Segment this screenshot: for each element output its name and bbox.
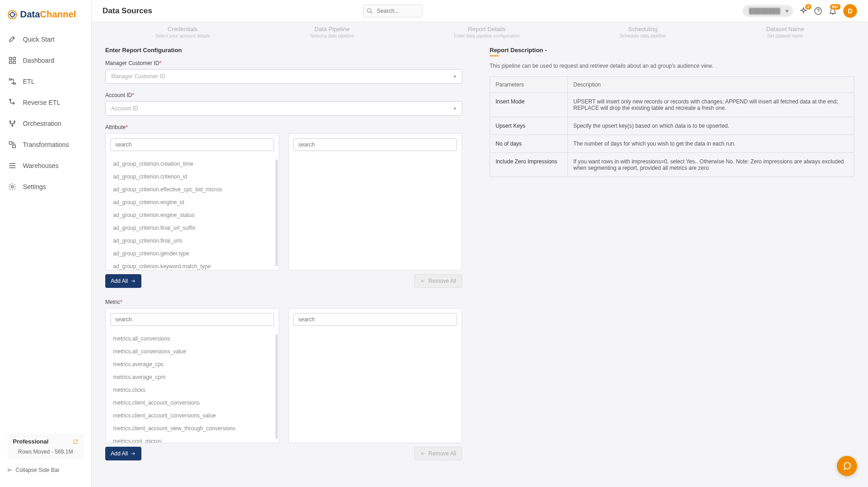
- sidebar-item-reverseetl[interactable]: Reverse ETL: [0, 92, 91, 113]
- attribute-target-list[interactable]: [289, 156, 462, 270]
- help-icon[interactable]: [814, 7, 822, 15]
- list-item[interactable]: ad_group_criterion.final_urls: [110, 234, 274, 247]
- list-item[interactable]: ad_group_criterion.final_url_suffix: [110, 222, 274, 234]
- list-item[interactable]: ad_group_criterion.effective_cpc_bid_mic…: [110, 183, 274, 196]
- wizard-step-dataset[interactable]: Dataset NameSet dataset name: [766, 26, 804, 38]
- arrow-left-icon: [420, 451, 426, 456]
- wizard-step-credentials[interactable]: CredentialsSelect your account details: [155, 26, 210, 38]
- collapse-label: Collapse Side Bar: [16, 467, 59, 473]
- gear-icon: [8, 183, 16, 191]
- param-desc: The number of days for which you wish to…: [568, 135, 854, 153]
- wizard-step-report[interactable]: Report DetailsEnter data pipeline config…: [454, 26, 519, 38]
- metric-target-search[interactable]: [293, 313, 457, 326]
- title-underline: [490, 55, 499, 56]
- attribute-label: Attribute*: [105, 124, 462, 130]
- plan-card: Professional Rows Moved - 569.1M: [7, 433, 84, 460]
- sidebar-footer: Professional Rows Moved - 569.1M Collaps…: [0, 428, 91, 482]
- avatar[interactable]: D: [843, 4, 857, 18]
- arrow-right-icon: [130, 278, 136, 284]
- chevron-down-icon: ▾: [453, 73, 456, 80]
- metric-source-search[interactable]: [110, 313, 274, 326]
- metric-add-all-button[interactable]: Add All: [105, 447, 141, 460]
- list-item[interactable]: metrics.client_account_conversions: [110, 396, 274, 409]
- table-row: Upsert KeysSpecify the upsert key(s) bas…: [490, 117, 854, 135]
- page-title: Data Sources: [102, 6, 152, 16]
- metric-controls: Add All Remove All: [105, 447, 462, 460]
- list-item[interactable]: metrics.cost_micros: [110, 435, 274, 443]
- sidebar-item-orchestration[interactable]: Orchestration: [0, 113, 91, 134]
- svg-point-11: [12, 125, 13, 126]
- sidebar-item-warehouses[interactable]: Warehouses: [0, 155, 91, 176]
- account-select[interactable]: Account ID▾: [105, 101, 462, 116]
- sidebar-item-quickstart[interactable]: Quick Start: [0, 29, 91, 50]
- bell-badge: 99+: [830, 4, 841, 10]
- list-item[interactable]: ad_group_criterion.engine_status: [110, 209, 274, 222]
- sidebar-item-dashboard[interactable]: Dashboard: [0, 50, 91, 71]
- list-item[interactable]: ad_group_criterion.creation_time: [110, 157, 274, 170]
- plan-name: Professional: [13, 438, 49, 445]
- sidebar-item-settings[interactable]: Settings: [0, 176, 91, 197]
- list-item[interactable]: ad_group_criterion.gender.type: [110, 247, 274, 260]
- param-table: ParametersDescription Insert ModeUPSERT …: [490, 76, 854, 177]
- list-item[interactable]: metrics.client_account_view_through_conv…: [110, 422, 274, 435]
- param-desc: Specify the upsert key(s) based on which…: [568, 117, 854, 135]
- rocket-icon: [8, 35, 16, 43]
- attribute-add-all-button[interactable]: Add All: [105, 274, 141, 288]
- metric-target-list[interactable]: [289, 330, 462, 443]
- reverse-icon: [8, 98, 16, 107]
- description-title: Report Description -: [490, 47, 854, 54]
- list-item[interactable]: metrics.all_conversions: [110, 332, 274, 345]
- svg-point-10: [14, 121, 15, 122]
- attribute-target-panel: [288, 133, 462, 271]
- attribute-source-list[interactable]: ad_group_criterion.creation_timead_group…: [106, 156, 279, 270]
- svg-rect-6: [9, 79, 11, 80]
- search-box: [363, 5, 422, 17]
- arrow-left-icon: [420, 278, 426, 284]
- wizard-step-scheduling[interactable]: SchedulingSchedule data pipeline: [620, 26, 666, 38]
- manager-label: Manager Customer ID*: [105, 60, 462, 66]
- list-item[interactable]: metrics.all_conversions_value: [110, 345, 274, 358]
- sparkle-badge: 8: [805, 4, 811, 10]
- metric-label: Metric*: [105, 299, 462, 305]
- svg-point-15: [367, 8, 371, 12]
- svg-rect-13: [13, 145, 16, 148]
- scrollbar[interactable]: [275, 334, 278, 439]
- chat-icon: [842, 461, 852, 471]
- svg-rect-3: [13, 57, 16, 60]
- metric-source-list[interactable]: metrics.all_conversionsmetrics.all_conve…: [106, 330, 279, 443]
- list-item[interactable]: metrics.average_cpm: [110, 371, 274, 384]
- list-item[interactable]: ad_group_criterion.keyword.match_type: [110, 260, 274, 270]
- collapse-sidebar[interactable]: Collapse Side Bar: [7, 464, 84, 476]
- param-desc: If you want rows in with impressions=0, …: [568, 153, 854, 177]
- logo[interactable]: DataChannel: [0, 5, 91, 29]
- wizard-step-pipeline[interactable]: Data PipelineSelect a data pipeline: [310, 26, 354, 38]
- open-icon[interactable]: [73, 439, 78, 444]
- attribute-source-search[interactable]: [110, 138, 274, 151]
- list-item[interactable]: ad_group_criterion.engine_id: [110, 196, 274, 209]
- chevron-down-icon: ▾: [786, 8, 788, 14]
- metric-target-panel: [288, 308, 462, 443]
- list-item[interactable]: ad_group_criterion.criterion_id: [110, 170, 274, 183]
- account-selector[interactable]: ████████▾: [743, 5, 793, 17]
- form-column: Enter Report Configuration Manager Custo…: [105, 47, 462, 471]
- metric-dual-list: metrics.all_conversionsmetrics.all_conve…: [105, 308, 462, 443]
- sparkle-icon[interactable]: 8: [799, 7, 808, 15]
- scrollbar[interactable]: [275, 159, 278, 266]
- attribute-controls: Add All Remove All: [105, 274, 462, 288]
- manager-select[interactable]: Manager Customer ID▾: [105, 69, 462, 84]
- list-item[interactable]: metrics.client_account_conversions_value: [110, 409, 274, 422]
- sidebar-item-label: Warehouses: [23, 162, 59, 169]
- sidebar-item-transformations[interactable]: Transformations: [0, 134, 91, 155]
- sidebar-item-etl[interactable]: ETL: [0, 71, 91, 92]
- attribute-target-search[interactable]: [293, 138, 457, 151]
- chat-fab[interactable]: [837, 456, 857, 476]
- nav: Quick Start Dashboard ETL Reverse ETL Or…: [0, 29, 91, 428]
- attribute-remove-all-button[interactable]: Remove All: [414, 274, 462, 288]
- list-item[interactable]: metrics.clicks: [110, 384, 274, 396]
- svg-rect-5: [13, 61, 16, 64]
- bell-icon[interactable]: 99+: [829, 7, 837, 15]
- metric-remove-all-button[interactable]: Remove All: [414, 447, 462, 460]
- transform-icon: [8, 141, 16, 149]
- list-item[interactable]: metrics.average_cpc: [110, 358, 274, 371]
- svg-rect-12: [9, 141, 12, 144]
